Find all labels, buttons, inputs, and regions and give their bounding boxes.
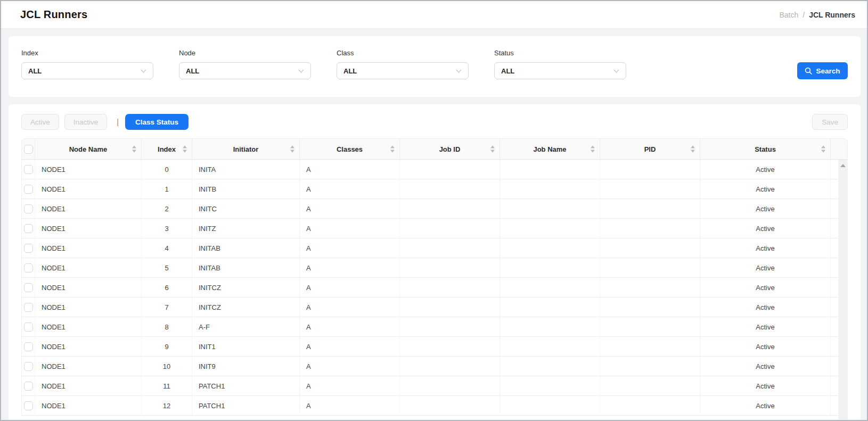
row-checkbox[interactable] [24, 323, 33, 332]
cell-classes: A [300, 199, 400, 219]
row-checkbox[interactable] [24, 185, 33, 194]
inactive-button[interactable]: Inactive [64, 114, 108, 130]
row-checkbox[interactable] [24, 401, 33, 410]
cell-index: 2 [142, 199, 192, 219]
cell-job-name [500, 376, 600, 396]
cell-classes: A [300, 337, 400, 357]
column-header-node-name[interactable]: Node Name [35, 138, 142, 160]
cell-classes: A [300, 160, 400, 179]
cell-index: 3 [142, 219, 192, 238]
cell-index: 12 [142, 396, 192, 416]
node-select[interactable]: ALL [179, 62, 311, 79]
cell-initiator: A-F [192, 317, 300, 337]
cell-status: Active [700, 298, 831, 317]
row-select-cell [21, 357, 35, 376]
cell-pid [600, 199, 700, 219]
cell-node-name: NODE1 [35, 357, 142, 376]
cell-job-id [400, 179, 500, 199]
cell-classes: A [300, 258, 400, 278]
table-row: NODE12INITCAActive [21, 199, 848, 219]
table-toolbar: Active Inactive | Class Status Save [21, 114, 848, 130]
row-checkbox[interactable] [24, 224, 33, 233]
row-select-cell [21, 396, 35, 416]
cell-status: Active [700, 160, 831, 179]
column-header-initiator[interactable]: Initiator [192, 138, 300, 160]
row-select-cell [21, 219, 35, 238]
chevron-down-icon [298, 69, 304, 73]
cell-classes: A [300, 396, 400, 416]
search-button[interactable]: Search [797, 62, 848, 79]
cell-initiator: INITAB [192, 258, 300, 278]
cell-pid [600, 357, 700, 376]
column-header-job-id[interactable]: Job ID [400, 138, 500, 160]
save-button[interactable]: Save [812, 114, 848, 130]
row-checkbox[interactable] [24, 362, 33, 371]
cell-pid [600, 317, 700, 337]
column-label: PID [644, 145, 656, 153]
column-header-status[interactable]: Status [700, 138, 831, 160]
table-header-row: Node Name Index Initiator Classes Job ID… [21, 138, 848, 160]
cell-job-name [500, 298, 600, 317]
cell-job-name [500, 357, 600, 376]
cell-index: 9 [142, 337, 192, 357]
column-header-pid[interactable]: PID [600, 138, 700, 160]
column-header-job-name[interactable]: Job Name [500, 138, 600, 160]
cell-index: 6 [142, 278, 192, 298]
status-select[interactable]: ALL [494, 62, 626, 79]
cell-initiator: INITZ [192, 219, 300, 238]
column-header-index[interactable]: Index [142, 138, 192, 160]
cell-pid [600, 298, 700, 317]
row-checkbox[interactable] [24, 244, 33, 253]
breadcrumb-parent[interactable]: Batch [779, 11, 798, 19]
row-select-cell [21, 258, 35, 278]
row-checkbox[interactable] [24, 204, 33, 213]
class-status-button[interactable]: Class Status [125, 114, 189, 130]
cell-index: 7 [142, 298, 192, 317]
row-checkbox[interactable] [24, 342, 33, 351]
active-button[interactable]: Active [21, 114, 59, 130]
content-panel: Active Inactive | Class Status Save Node… [9, 104, 861, 421]
row-checkbox[interactable] [24, 263, 33, 273]
row-select-cell [21, 298, 35, 317]
cell-initiator: INITA [192, 160, 300, 179]
cell-status: Active [700, 219, 831, 238]
cell-initiator: PATCH1 [192, 376, 300, 396]
filter-label-class: Class [337, 49, 469, 57]
top-bar: JCL Runners Batch / JCL Runners [1, 1, 867, 29]
column-header-classes[interactable]: Classes [300, 138, 400, 160]
cell-job-name [500, 337, 600, 357]
runners-table: Node Name Index Initiator Classes Job ID… [21, 138, 848, 416]
chevron-down-icon [456, 69, 462, 73]
cell-node-name: NODE1 [35, 258, 142, 278]
cell-classes: A [300, 376, 400, 396]
row-checkbox[interactable] [24, 303, 33, 312]
cell-initiator: INITAB [192, 238, 300, 258]
cell-job-id [400, 396, 500, 416]
index-select[interactable]: ALL [21, 62, 153, 79]
class-select[interactable]: ALL [337, 62, 469, 79]
cell-status: Active [700, 199, 831, 219]
cell-index: 1 [142, 179, 192, 199]
cell-job-id [400, 317, 500, 337]
cell-node-name: NODE1 [35, 376, 142, 396]
cell-status: Active [700, 337, 831, 357]
row-checkbox[interactable] [24, 283, 33, 292]
scroll-up-arrow[interactable] [840, 164, 846, 167]
cell-pid [600, 278, 700, 298]
cell-job-id [400, 160, 500, 179]
cell-node-name: NODE1 [35, 317, 142, 337]
class-select-value: ALL [343, 67, 357, 75]
table-scrollbar[interactable] [838, 160, 848, 421]
cell-pid [600, 238, 700, 258]
filter-panel: Index ALL Node ALL Class ALL [9, 36, 861, 97]
row-select-cell [21, 179, 35, 199]
table-row: NODE111PATCH1AActive [21, 376, 848, 396]
column-label: Job ID [439, 145, 461, 153]
row-checkbox[interactable] [24, 165, 33, 174]
cell-job-id [400, 337, 500, 357]
cell-initiator: PATCH1 [192, 396, 300, 416]
cell-classes: A [300, 179, 400, 199]
table-row: NODE17INITCZAActive [21, 298, 848, 317]
row-checkbox[interactable] [24, 382, 33, 391]
select-all-checkbox[interactable] [24, 145, 33, 154]
